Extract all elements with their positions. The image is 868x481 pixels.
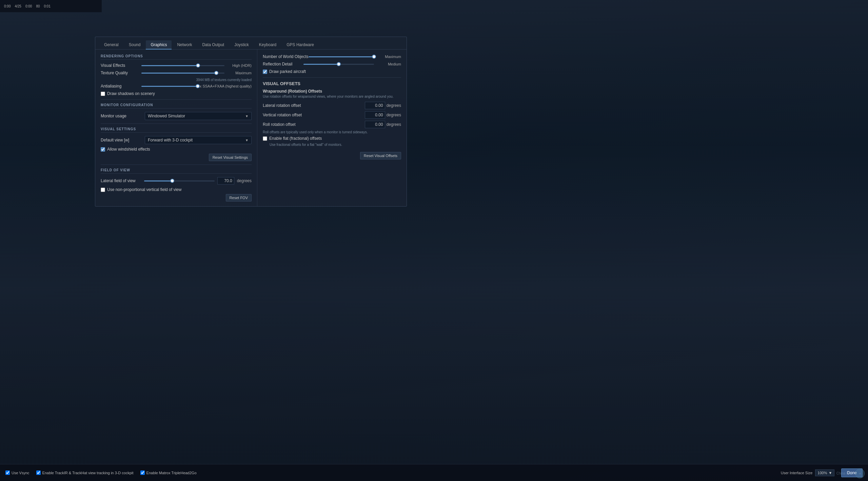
vsync-row: Use Vsync bbox=[5, 470, 29, 475]
default-view-arrow: ▼ bbox=[245, 138, 249, 142]
topbar-item-1: 0:00 bbox=[3, 4, 12, 9]
world-objects-track[interactable] bbox=[309, 56, 374, 57]
lateral-fov-track[interactable] bbox=[144, 180, 215, 181]
settings-dialog: General Sound Graphics Network Data Outp… bbox=[95, 37, 407, 207]
draw-shadows-label: Draw shadows on scenery bbox=[107, 91, 155, 96]
visual-effects-row: Visual Effects High (HDR) bbox=[101, 63, 252, 68]
ui-size-select[interactable]: 100% ▼ bbox=[815, 469, 834, 476]
wraparound-desc: Use rotation offsets for wraparound view… bbox=[263, 95, 401, 98]
enable-flat-label: Enable flat (fractional) offsets bbox=[269, 136, 322, 141]
allow-windshield-checkbox[interactable] bbox=[101, 147, 105, 152]
texture-quality-row: Texture Quality Maximum bbox=[101, 71, 252, 75]
reflection-detail-value: Medium bbox=[374, 62, 401, 66]
lateral-fov-fill bbox=[144, 180, 172, 181]
visual-settings-section-title: VISUAL SETTINGS bbox=[101, 127, 252, 133]
topbar-item-3: 0:00 bbox=[24, 4, 33, 9]
vsync-checkbox[interactable] bbox=[5, 470, 10, 475]
world-objects-slider-container bbox=[309, 56, 374, 57]
antialiasing-thumb[interactable] bbox=[196, 84, 200, 88]
lateral-offset-row: Lateral rotation offset degrees bbox=[263, 102, 401, 109]
reset-visual-settings-button[interactable]: Reset Visual Settings bbox=[209, 154, 252, 161]
vertical-offset-input[interactable] bbox=[365, 111, 385, 119]
non-proportional-checkbox[interactable] bbox=[101, 188, 105, 192]
lateral-offset-input[interactable] bbox=[365, 102, 385, 109]
separator-right-1 bbox=[263, 77, 401, 78]
world-objects-value: Maximum bbox=[374, 55, 401, 59]
monitor-usage-row: Monitor usage Windowed Simulator ▼ bbox=[101, 112, 252, 120]
tab-gps-hardware[interactable]: GPS Hardware bbox=[282, 40, 319, 49]
reflection-detail-fill bbox=[303, 64, 339, 65]
tab-general[interactable]: General bbox=[99, 40, 123, 49]
antialiasing-track[interactable] bbox=[141, 86, 198, 87]
reflection-detail-label: Reflection Detail bbox=[263, 62, 303, 66]
texture-quality-fill bbox=[141, 73, 216, 74]
monitor-usage-select[interactable]: Windowed Simulator ▼ bbox=[145, 112, 252, 120]
separator-3 bbox=[101, 165, 252, 165]
reset-fov-button[interactable]: Reset FOV bbox=[226, 194, 252, 201]
texture-quality-value: Maximum bbox=[224, 71, 252, 75]
texture-quality-slider-container bbox=[141, 73, 224, 74]
topbar-item-4: 80 bbox=[35, 4, 41, 9]
topbar-item-5: 0:01 bbox=[43, 4, 52, 9]
right-panel: Number of World Objects Maximum Reflecti… bbox=[257, 50, 407, 206]
tab-keyboard[interactable]: Keyboard bbox=[254, 40, 281, 49]
rendering-section-title: RENDERING OPTIONS bbox=[101, 54, 252, 60]
visual-effects-fill bbox=[141, 65, 198, 66]
tab-sound[interactable]: Sound bbox=[124, 40, 145, 49]
draw-parked-row: Draw parked aircraft bbox=[263, 69, 401, 74]
enable-flat-row: Enable flat (fractional) offsets bbox=[263, 136, 401, 141]
trackir-row: Enable TrackIR & TrackHat view tracking … bbox=[36, 470, 134, 475]
antialiasing-slider-container bbox=[141, 86, 198, 87]
reflection-detail-slider-container bbox=[303, 64, 374, 65]
reflection-detail-track[interactable] bbox=[303, 64, 374, 65]
content-area: RENDERING OPTIONS Visual Effects High (H… bbox=[95, 50, 407, 206]
lateral-fov-thumb[interactable] bbox=[170, 179, 174, 183]
default-view-label: Default view [w] bbox=[101, 138, 141, 142]
draw-shadows-checkbox[interactable] bbox=[101, 92, 105, 96]
tab-data-output[interactable]: Data Output bbox=[197, 40, 229, 49]
draw-parked-checkbox[interactable] bbox=[263, 70, 267, 74]
texture-quality-thumb[interactable] bbox=[214, 71, 218, 75]
ui-size-value: 100% bbox=[817, 471, 827, 475]
tab-network[interactable]: Network bbox=[172, 40, 197, 49]
tabs-bar: General Sound Graphics Network Data Outp… bbox=[95, 37, 407, 50]
non-proportional-label: Use non-proportional vertical field of v… bbox=[107, 187, 181, 192]
default-view-row: Default view [w] Forward with 3-D cockpi… bbox=[101, 136, 252, 144]
ui-size-container: User Interface Size 100% ▼ bbox=[781, 469, 835, 476]
separator-1 bbox=[101, 99, 252, 100]
visual-effects-value: High (HDR) bbox=[224, 63, 252, 68]
reset-visual-offsets-button[interactable]: Reset Visual Offsets bbox=[360, 152, 401, 159]
left-panel: RENDERING OPTIONS Visual Effects High (H… bbox=[95, 50, 257, 206]
tab-joystick[interactable]: Joystick bbox=[230, 40, 254, 49]
texture-quality-track[interactable] bbox=[141, 73, 224, 74]
antialiasing-value: 8x SSAA+FXAA (highest quality) bbox=[198, 84, 252, 88]
matrox-checkbox[interactable] bbox=[140, 470, 145, 475]
default-view-select[interactable]: Forward with 3-D cockpit ▼ bbox=[145, 136, 252, 144]
roll-offset-desc: Roll offsets are typically used only whe… bbox=[263, 130, 401, 134]
monitor-usage-label: Monitor usage bbox=[101, 114, 141, 118]
watermark: China Flier ✈ bbox=[836, 469, 865, 478]
watermark-text: China Flier bbox=[836, 472, 853, 475]
roll-offset-label: Roll rotation offset bbox=[263, 122, 365, 127]
enable-flat-checkbox[interactable] bbox=[263, 136, 267, 141]
vsync-label: Use Vsync bbox=[12, 471, 29, 475]
roll-offset-input[interactable] bbox=[365, 121, 385, 128]
visual-effects-thumb[interactable] bbox=[196, 63, 200, 68]
tab-graphics[interactable]: Graphics bbox=[146, 40, 172, 49]
topbar-item-2: 4/25 bbox=[13, 4, 22, 9]
matrox-label: Enable Matrox TripleHead2Go bbox=[146, 471, 197, 475]
monitor-section-title: MONITOR CONFIGURATION bbox=[101, 103, 252, 109]
antialiasing-row: Antialiasing 8x SSAA+FXAA (highest quali… bbox=[101, 84, 252, 89]
texture-sub-label: 3944 MB of textures currently loaded bbox=[101, 78, 252, 82]
visual-effects-track[interactable] bbox=[141, 65, 224, 66]
lateral-fov-row: Lateral field of view degrees bbox=[101, 177, 252, 185]
visual-offsets-title: VISUAL OFFSETS bbox=[263, 81, 401, 86]
roll-offset-row: Roll rotation offset degrees bbox=[263, 121, 401, 128]
wraparound-title: Wraparound (Rotation) Offsets bbox=[263, 89, 401, 94]
vertical-offset-row: Vertical rotation offset degrees bbox=[263, 111, 401, 119]
trackir-checkbox[interactable] bbox=[36, 470, 41, 475]
lateral-fov-input[interactable] bbox=[217, 177, 234, 185]
reflection-detail-thumb[interactable] bbox=[337, 62, 341, 66]
world-objects-thumb[interactable] bbox=[372, 55, 376, 59]
vertical-offset-label: Vertical rotation offset bbox=[263, 113, 365, 117]
